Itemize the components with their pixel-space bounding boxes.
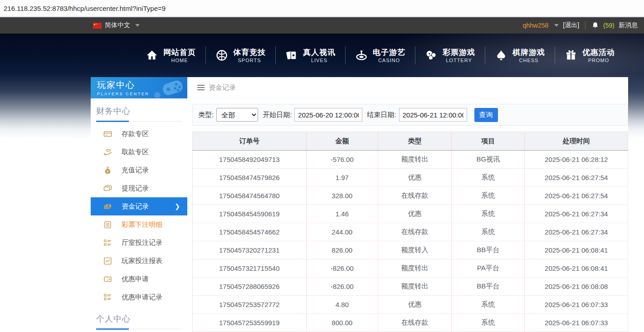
sidebar-item-hall-bet-record[interactable]: 厅室投注记录	[91, 234, 187, 252]
table-row: 1750458492049713-576.00额度转出BG视讯2025-06-2…	[193, 151, 628, 169]
chevron-down-icon[interactable]	[554, 24, 559, 27]
nav-item-promo[interactable]: 优惠活动PROMO	[555, 48, 624, 63]
gamepad-icon	[151, 78, 185, 98]
type-select[interactable]: 全部	[216, 108, 258, 122]
page-body: 玩家中心 PLAYERS CENTER 财务中心 存款专区 取款专区 充值记录 …	[91, 77, 628, 332]
table-row: 17504572535727724.80优惠系统2025-06-21 06:07…	[193, 296, 628, 314]
bell-icon[interactable]	[591, 21, 599, 29]
wallet-cards-icon	[103, 184, 112, 193]
gift-icon	[565, 49, 577, 62]
table-row: 1750458454574662244.00在线存款系统2025-06-21 0…	[193, 223, 628, 241]
funds-record-table: 订单号 金额 类型 项目 处理时间 1750458492049713-576.0…	[192, 132, 628, 332]
sidebar-item-promo-apply[interactable]: 优惠申请	[91, 270, 187, 288]
deposit-card-icon	[103, 130, 112, 138]
col-type: 类型	[378, 132, 451, 151]
withdraw-hand-icon	[103, 148, 112, 156]
table-row: 1750457321715540-826.00额度转出PA平台2025-06-2…	[193, 259, 628, 278]
end-date-label: 结束日期:	[367, 111, 396, 119]
page-url: 216.118.235.52:8783/hhcp/usercenter.html…	[4, 5, 166, 12]
section-title-personal: 个人中心	[91, 306, 187, 324]
language-selector[interactable]: 简体中文	[93, 21, 140, 29]
sidebar-item-recharge-record[interactable]: 充值记录	[91, 161, 187, 179]
report-chart-icon	[103, 257, 112, 265]
sidebar-item-deposit[interactable]: 存款专区	[91, 125, 187, 143]
new-messages-link[interactable]: 新消息	[619, 21, 638, 29]
logout-link[interactable]: [退出]	[563, 21, 579, 29]
page-title: 资金记录	[209, 83, 236, 92]
nav-item-chess[interactable]: 棋牌游戏CHESS	[485, 48, 555, 63]
search-button[interactable]: 查询	[474, 108, 498, 122]
sidebar-header: 玩家中心 PLAYERS CENTER	[91, 77, 187, 98]
list-icon	[103, 239, 112, 247]
start-date-label: 开始日期:	[263, 111, 292, 119]
nav-item-casino[interactable]: 电子游艺CASINO	[346, 48, 415, 63]
site-topbar: 简体中文 qhhw258 [退出] (59) 新消息	[0, 17, 644, 34]
username-menu[interactable]: qhhw258	[522, 22, 548, 29]
type-label: 类型:	[198, 111, 214, 119]
browser-address-bar[interactable]: 216.118.235.52:8783/hhcp/usercenter.html…	[0, 0, 644, 17]
sidebar-item-player-bet-report[interactable]: 玩家投注报表	[91, 252, 187, 270]
sidebar-item-promo-apply-record[interactable]: 优惠申请记录	[91, 288, 187, 306]
lottery-balls-icon	[425, 49, 438, 62]
filter-bar: 类型: 全部 开始日期: 结束日期: 查询	[192, 104, 628, 126]
table-row: 17504584545906191.46优惠系统2025-06-21 06:27…	[193, 205, 628, 223]
language-label: 简体中文	[105, 21, 130, 29]
cards-icon	[285, 49, 298, 62]
chevron-down-icon	[135, 24, 140, 27]
sidebar-item-lottery-bet-detail[interactable]: 彩票下注明细	[91, 215, 187, 234]
table-row: 17504584745798261.97优惠系统2025-06-21 06:27…	[193, 169, 628, 187]
china-flag-icon	[93, 23, 102, 29]
list-icon	[103, 293, 112, 302]
nav-item-lottery[interactable]: 彩票游戏LOTTERY	[415, 48, 485, 63]
breadcrumb: 资金记录	[192, 77, 628, 98]
message-count[interactable]: (59)	[603, 22, 615, 29]
col-amount: 金额	[306, 132, 378, 151]
money-bag-icon	[103, 166, 112, 175]
table-row: 1750458474564780328.00在线存款系统2025-06-21 0…	[193, 187, 628, 205]
table-row: 1750457253559919800.00在线存款系统2025-06-21 0…	[193, 314, 628, 332]
sidebar-item-withdrawal-record[interactable]: 提现记录	[91, 179, 187, 197]
nav-item-lives[interactable]: 真人视讯LIVES	[276, 48, 345, 63]
sidebar: 玩家中心 PLAYERS CENTER 财务中心 存款专区 取款专区 充值记录 …	[91, 77, 187, 332]
table-row: 1750457288065926-826.00额度转出BB平台2025-06-2…	[193, 278, 628, 296]
spade-icon	[495, 49, 507, 62]
col-item: 项目	[452, 132, 525, 151]
main-nav: 网站首页HOME 体育竞技SPORTS 真人视讯LIVES 电子游艺CASINO…	[0, 34, 644, 77]
coupon-icon	[103, 275, 112, 283]
menu-icon	[197, 85, 205, 90]
section-title-finance: 财务中心	[91, 98, 187, 117]
divider	[585, 22, 585, 29]
table-header-row: 订单号 金额 类型 项目 处理时间	[193, 132, 628, 151]
section-underline	[96, 328, 182, 330]
end-date-input[interactable]	[399, 108, 467, 122]
sidebar-item-withdraw[interactable]: 取款专区	[91, 143, 187, 161]
table-row: 1750457320271231826.00额度转入BB平台2025-06-21…	[193, 241, 628, 259]
content-area: 资金记录 类型: 全部 开始日期: 结束日期: 查询 订单号 金额 类型 项目 …	[192, 77, 628, 332]
document-icon	[103, 220, 112, 229]
nav-item-sports[interactable]: 体育竞技SPORTS	[206, 48, 275, 63]
start-date-input[interactable]	[294, 108, 362, 122]
col-process-time: 处理时间	[525, 132, 628, 151]
sports-ball-icon	[215, 49, 228, 62]
chevron-right-icon: ❯	[175, 203, 180, 210]
home-icon	[146, 49, 158, 62]
col-order-no: 订单号	[193, 132, 307, 151]
sidebar-item-funds-record[interactable]: 资金记录 ❯	[91, 197, 187, 215]
roulette-icon	[355, 49, 368, 62]
nav-item-home[interactable]: 网站首页HOME	[136, 48, 205, 63]
section-underline	[96, 121, 182, 122]
banknotes-icon	[103, 202, 112, 211]
